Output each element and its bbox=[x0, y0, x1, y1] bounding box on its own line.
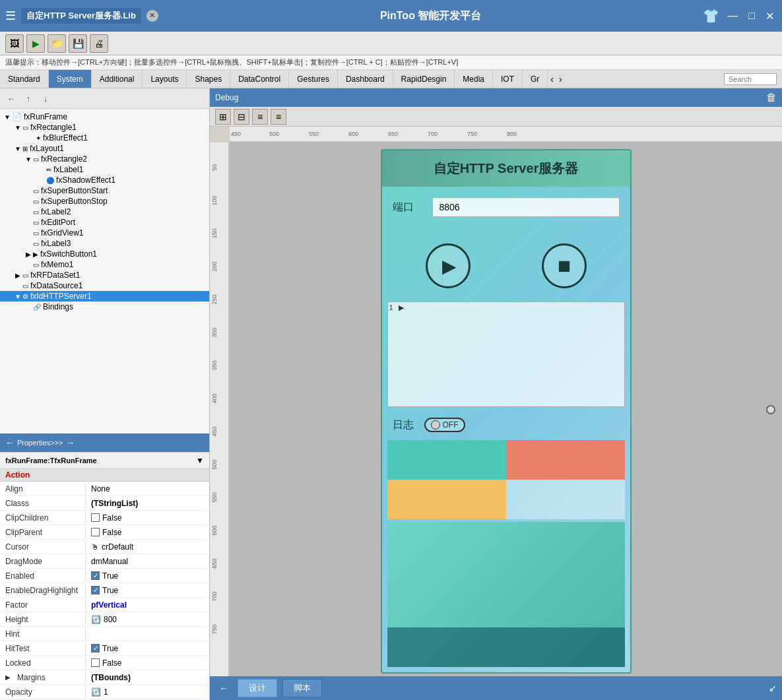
search-input[interactable] bbox=[724, 73, 777, 85]
margins-expand[interactable]: ▶ bbox=[5, 674, 17, 681]
bottom-back-button[interactable]: ← bbox=[215, 682, 232, 695]
hint-text: 温馨提示：移动控件→[CTRL+方向键]；批量多选控件→[CTRL+鼠标拖拽、S… bbox=[5, 58, 458, 66]
tab-rapiddesgin[interactable]: RapidDesgin bbox=[393, 70, 455, 88]
tree-node-fxDataSource1[interactable]: ▭ fxDataSource1 bbox=[0, 280, 209, 291]
tab-gr[interactable]: Gr bbox=[523, 70, 548, 88]
props-title-arrow[interactable]: ▼ bbox=[196, 456, 204, 465]
tree-node-fxLabel1[interactable]: ✏ fxLabel1 bbox=[0, 164, 209, 175]
form-stop-button[interactable] bbox=[542, 243, 587, 288]
props-val-height: 🔃 800 bbox=[86, 614, 209, 625]
locked-checkbox[interactable] bbox=[91, 658, 100, 667]
props-val-align: None bbox=[86, 483, 209, 495]
canvas-btn-2[interactable]: ⊟ bbox=[234, 109, 249, 125]
tree-node-fxLayout1[interactable]: ▼ ⊞ fxLayout1 bbox=[0, 143, 209, 154]
tab-next-button[interactable]: › bbox=[556, 73, 565, 86]
minimize-button[interactable]: — bbox=[725, 9, 740, 23]
props-row-enabledraghighlight[interactable]: EnableDragHighlight ✓ True bbox=[0, 583, 209, 598]
clipchildren-checkbox[interactable] bbox=[91, 513, 100, 522]
props-row-clipchildren[interactable]: ClipChildren False bbox=[0, 511, 209, 525]
window-title: PinToo 智能开发平台 bbox=[380, 9, 481, 23]
tree-node-fxSuperButtonStart[interactable]: ▭ fxSuperButtonStart bbox=[0, 185, 209, 196]
enabledraghighlight-checkbox[interactable]: ✓ bbox=[91, 586, 100, 594]
canvas-btn-4[interactable]: ≡ bbox=[271, 109, 286, 125]
props-key-align: Align bbox=[0, 483, 86, 495]
props-row-hittest[interactable]: HitTest ✓ True bbox=[0, 641, 209, 656]
props-row-cursor[interactable]: Cursor 🖱 crDefault bbox=[0, 540, 209, 554]
svg-text:700: 700 bbox=[428, 131, 438, 137]
tab-gestures[interactable]: Gestures bbox=[289, 70, 338, 88]
tree-down-button[interactable]: ↓ bbox=[38, 91, 53, 106]
props-row-classs[interactable]: Classs (TStringList) bbox=[0, 496, 209, 511]
tree-node-fxRFDataSet1[interactable]: ▶ ▭ fxRFDataSet1 bbox=[0, 270, 209, 280]
close-button[interactable]: ✕ bbox=[763, 9, 777, 24]
props-row-clipparent[interactable]: ClipParent False bbox=[0, 525, 209, 540]
props-row-margins[interactable]: ▶ Margins (TBounds) bbox=[0, 670, 209, 685]
tab-dashboard[interactable]: Dashboard bbox=[338, 70, 393, 88]
tab-media[interactable]: Media bbox=[455, 70, 493, 88]
canvas-btn-1[interactable]: ⊞ bbox=[215, 109, 231, 125]
toolbar-open-button[interactable]: 📁 bbox=[48, 34, 66, 53]
props-next-button[interactable]: → bbox=[65, 437, 75, 448]
tree-node-fxLabel2[interactable]: ▭ fxLabel2 bbox=[0, 207, 209, 217]
tab-system[interactable]: System bbox=[49, 70, 92, 88]
tree-node-Bindings[interactable]: 🔗 Bindings bbox=[0, 302, 209, 312]
props-row-locked[interactable]: Locked False bbox=[0, 656, 209, 670]
design-tab-button[interactable]: 设计 bbox=[238, 679, 277, 697]
tree-node-fxEditPort[interactable]: ▭ fxEditPort bbox=[0, 217, 209, 228]
props-row-factor[interactable]: Factor pfVertical bbox=[0, 598, 209, 612]
toolbar-print-button[interactable]: 🖨 bbox=[90, 34, 108, 53]
form-play-button[interactable] bbox=[426, 243, 471, 288]
clipparent-checkbox[interactable] bbox=[91, 528, 100, 536]
tab-additional[interactable]: Additional bbox=[92, 70, 143, 88]
tab-layouts[interactable]: Layouts bbox=[143, 70, 187, 88]
svg-text:300: 300 bbox=[211, 327, 218, 337]
tab-standard[interactable]: Standard bbox=[0, 70, 49, 88]
tree-back-button[interactable]: ← bbox=[4, 91, 18, 106]
props-row-opacity[interactable]: Opacity 🔃 1 bbox=[0, 685, 209, 699]
form-log-toggle[interactable]: OFF bbox=[424, 418, 465, 432]
props-prev-button[interactable]: ← bbox=[5, 437, 15, 448]
hint-bar: 温馨提示：移动控件→[CTRL+方向键]；批量多选控件→[CTRL+鼠标拖拽、S… bbox=[0, 55, 782, 70]
color-block-coral bbox=[506, 440, 625, 480]
tree-node-fxRectangle1[interactable]: ▼ ▭ fxRectangle1 bbox=[0, 122, 209, 133]
tree-node-fxSwitchButton1[interactable]: ▶ ▶ fxSwitchButton1 bbox=[0, 249, 209, 259]
toolbar-save-button[interactable]: 💾 bbox=[69, 34, 87, 53]
tab-shapes[interactable]: Shapes bbox=[187, 70, 230, 88]
tree-up-button[interactable]: ↑ bbox=[21, 91, 36, 106]
bottom-corner-button[interactable]: ↙ bbox=[769, 683, 777, 693]
script-tab-button[interactable]: 脚本 bbox=[282, 679, 322, 697]
grid-arrow[interactable]: ▶ bbox=[399, 303, 404, 312]
tree-node-fxRectangle2[interactable]: ▼ ▭ fxRectangle2 bbox=[0, 154, 209, 164]
tab-datacontrol[interactable]: DataControl bbox=[230, 70, 289, 88]
tree-node-fxLabel3[interactable]: ▭ fxLabel3 bbox=[0, 238, 209, 249]
tree-node-fxBlurEffect1[interactable]: ✦ fxBlurEffect1 bbox=[0, 133, 209, 143]
props-row-align[interactable]: Align None bbox=[0, 482, 209, 496]
props-row-hint[interactable]: Hint bbox=[0, 627, 209, 641]
debug-trash-button[interactable]: 🗑 bbox=[766, 92, 777, 104]
svg-text:450: 450 bbox=[231, 131, 241, 137]
props-row-enabled[interactable]: Enabled ✓ True bbox=[0, 569, 209, 583]
toolbar-image-button[interactable]: 🖼 bbox=[5, 34, 24, 53]
toolbar-run-button[interactable]: ▶ bbox=[26, 34, 45, 53]
menu-icon[interactable]: ☰ bbox=[5, 9, 16, 23]
tree-node-fxSuperButtonStop[interactable]: ▭ fxSuperButtonStop bbox=[0, 196, 209, 207]
props-row-dragmode[interactable]: DragMode dmManual bbox=[0, 554, 209, 569]
tree-node-fxRunFrame[interactable]: ▼ 📄 fxRunFrame bbox=[0, 111, 209, 122]
enabled-checkbox[interactable]: ✓ bbox=[91, 571, 100, 580]
props-key-factor: Factor bbox=[0, 599, 86, 611]
maximize-button[interactable]: □ bbox=[746, 9, 758, 23]
canvas-scroll-area[interactable]: 自定HTTP Server服务器 端口 bbox=[230, 143, 782, 676]
canvas-btn-3[interactable]: ≡ bbox=[252, 109, 268, 125]
hittest-checkbox[interactable]: ✓ bbox=[91, 644, 100, 652]
app-close-button[interactable]: ✕ bbox=[147, 10, 158, 22]
app-title: 自定HTTP Server服务器.Lib bbox=[21, 8, 141, 24]
tree-node-fxMemo1[interactable]: ▭ fxMemo1 bbox=[0, 259, 209, 270]
tree-node-fxIdHTTPServer1[interactable]: ▼ ⚙ fxIdHTTPServer1 bbox=[0, 291, 209, 302]
tree-node-fxShadowEffect1[interactable]: 🔵 fxShadowEffect1 bbox=[0, 175, 209, 185]
toolbar: 🖼 ▶ 📁 💾 🖨 bbox=[0, 32, 782, 55]
tab-iot[interactable]: IOT bbox=[493, 70, 523, 88]
tree-node-fxGridView1[interactable]: ▭ fxGridView1 bbox=[0, 228, 209, 238]
tab-prev-button[interactable]: ‹ bbox=[548, 73, 556, 86]
form-port-input[interactable] bbox=[432, 197, 620, 217]
props-row-height[interactable]: Height 🔃 800 bbox=[0, 612, 209, 627]
